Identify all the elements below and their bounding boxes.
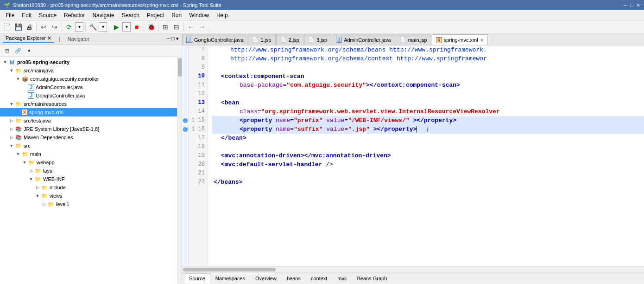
- explorer-filter[interactable]: ▾: [24, 45, 34, 56]
- toggle-src-main-java[interactable]: ▼: [8, 68, 15, 73]
- tab-3jsp[interactable]: 📄 3.jsp: [304, 34, 331, 45]
- menu-navigate[interactable]: Navigate: [88, 11, 118, 19]
- tree-item-src-main-java[interactable]: ▼ 📁 src/main/java: [0, 66, 182, 75]
- toggle-views[interactable]: ▼: [34, 194, 41, 198]
- tree-item-gongfu-controller[interactable]: ▷ J GongfuController.java: [0, 91, 182, 100]
- toolbar-undo[interactable]: ↩: [38, 22, 49, 32]
- tree-item-src-main-resources[interactable]: ▼ 📁 src/main/resources: [0, 100, 182, 108]
- tab-navigator[interactable]: Navigator: [65, 35, 92, 43]
- gutter-22: [182, 178, 188, 187]
- toolbar-redo[interactable]: ↪: [50, 22, 60, 32]
- toolbar-perspective2[interactable]: ⊟: [171, 22, 182, 32]
- tab-2jsp[interactable]: 📄 2.jsp: [276, 34, 303, 45]
- toggle-src[interactable]: ▼: [8, 143, 15, 148]
- toolbar-run2-dropdown[interactable]: ▾: [122, 22, 131, 32]
- toolbar-debug[interactable]: 🐞: [146, 22, 156, 32]
- explorer-menu[interactable]: ▾: [176, 36, 179, 42]
- toggle-layui[interactable]: ▷: [28, 168, 34, 173]
- tree-item-src[interactable]: ▼ 📁 src: [0, 142, 182, 150]
- tree-item-controller-pkg[interactable]: ▼ 📦 com.atguigu.security.controller: [0, 75, 182, 83]
- bottom-tab-context[interactable]: context: [306, 273, 332, 284]
- explorer-minimize[interactable]: ─: [167, 36, 170, 42]
- toggle-gongfu-controller[interactable]: ▷: [21, 93, 28, 98]
- bottom-tab-beans[interactable]: beans: [282, 273, 306, 284]
- tab-spring-mvc-xml[interactable]: X spring-mvc.xml ✕: [432, 34, 488, 45]
- menu-refactor[interactable]: Refactor: [60, 11, 88, 19]
- tree-item-views[interactable]: ▼ 📁 views: [0, 192, 182, 200]
- menu-source[interactable]: Source: [35, 11, 60, 19]
- toggle-project[interactable]: ▼: [2, 60, 8, 65]
- tree-item-project[interactable]: ▼ M pro05-spring-security: [0, 58, 182, 66]
- toggle-include[interactable]: ▷: [34, 185, 41, 190]
- toggle-spring-mvc-xml[interactable]: ○: [15, 110, 21, 115]
- tab-close-spring-mvc[interactable]: ✕: [480, 38, 484, 43]
- toolbar-new[interactable]: 📄: [2, 22, 12, 32]
- tree-item-webapp[interactable]: ▼ 📁 webapp: [0, 158, 182, 167]
- toggle-webapp[interactable]: ▼: [21, 160, 28, 165]
- toggle-src-main-resources[interactable]: ▼: [8, 102, 15, 106]
- minimize-button[interactable]: ─: [624, 2, 628, 8]
- tab-1jsp[interactable]: 📄 1.jsp: [248, 34, 275, 45]
- hscrollbar-thumb[interactable]: [183, 268, 276, 271]
- toolbar-print[interactable]: 🖨: [24, 22, 34, 32]
- maximize-button[interactable]: □: [630, 2, 633, 8]
- tab-gongfu-controller[interactable]: J GongfuController.java: [182, 34, 247, 45]
- explorer-link[interactable]: 🔗: [13, 45, 23, 56]
- menu-window[interactable]: Window: [185, 11, 213, 19]
- tab-main-jsp[interactable]: 📄 main.jsp: [396, 34, 431, 45]
- tree-item-spring-mvc-xml[interactable]: ○ X spring-mvc.xml: [0, 108, 182, 116]
- bottom-tab-source[interactable]: Source: [184, 273, 210, 284]
- bottom-tab-overview[interactable]: Overview: [250, 273, 282, 284]
- tree-item-admin-controller[interactable]: ▷ J AdminController.java: [0, 83, 182, 91]
- toggle-jre[interactable]: ▷: [8, 127, 15, 131]
- menu-search[interactable]: Search: [118, 11, 143, 19]
- toolbar-back[interactable]: ←: [186, 22, 196, 32]
- tree-item-src-test-java[interactable]: ▷ 📁 src/test/java: [0, 116, 182, 125]
- menu-project[interactable]: Project: [143, 11, 168, 19]
- tree-item-level1[interactable]: ▷ 📁 level1: [0, 200, 182, 208]
- tree-item-layui[interactable]: ▷ 📁 layui: [0, 167, 182, 175]
- toggle-controller-pkg[interactable]: ▼: [15, 77, 21, 81]
- toggle-maven-deps[interactable]: ▷: [8, 135, 15, 140]
- explorer-maximize[interactable]: □: [171, 36, 175, 42]
- toolbar-sep-4: [109, 23, 109, 31]
- toolbar-run-green[interactable]: ▶: [111, 22, 121, 32]
- tree-item-maven-deps[interactable]: ▷ 📚 Maven Dependencies: [0, 133, 182, 142]
- jre-label: JRE System Library [JavaSE-1.8]: [24, 126, 99, 132]
- menu-help[interactable]: Help: [213, 11, 232, 19]
- toolbar-build-dropdown[interactable]: ▾: [99, 22, 107, 32]
- tree-item-webinf[interactable]: ▼ 📁 WEB-INF: [0, 175, 182, 183]
- toggle-src-test-java[interactable]: ▷: [8, 118, 15, 123]
- hscrollbar[interactable]: [182, 266, 644, 272]
- webinf-label: WEB-INF: [43, 176, 64, 182]
- menu-run[interactable]: Run: [168, 11, 185, 19]
- toolbar-run-dropdown[interactable]: ▾: [75, 22, 83, 32]
- toolbar-forward[interactable]: →: [197, 22, 207, 32]
- editor-content[interactable]: i i 7 8 9 10 11 12 13: [182, 45, 644, 272]
- bottom-tab-namespaces[interactable]: Namespaces: [210, 273, 250, 284]
- tree-item-main[interactable]: ▼ 📁 main: [0, 150, 182, 158]
- toggle-webinf[interactable]: ▼: [28, 177, 34, 181]
- toolbar-refresh[interactable]: ⟳: [64, 22, 74, 32]
- tree-item-jre[interactable]: ▷ 📚 JRE System Library [JavaSE-1.8]: [0, 125, 182, 133]
- menu-file[interactable]: File: [2, 11, 18, 19]
- menu-edit[interactable]: Edit: [18, 11, 35, 19]
- explorer-collapse[interactable]: ⊟: [2, 45, 12, 56]
- toolbar-build[interactable]: 🔨: [88, 22, 98, 32]
- explorer-scrollbar[interactable]: [177, 57, 182, 284]
- code-content[interactable]: http://www.springframework.org/schema/be…: [208, 45, 644, 266]
- close-button[interactable]: ✕: [636, 2, 640, 8]
- tree-item-include[interactable]: ▷ 📁 include: [0, 183, 182, 192]
- toggle-main[interactable]: ▼: [15, 152, 21, 156]
- code-text-19: <mvc:annotation-driven></mvc:annotation-…: [212, 151, 391, 160]
- toggle-admin-controller[interactable]: ▷: [21, 85, 28, 90]
- toggle-level1[interactable]: ▷: [41, 202, 47, 207]
- linenum-21: 21: [189, 169, 205, 178]
- toolbar-stop[interactable]: ■: [132, 22, 142, 32]
- bottom-tab-mvc[interactable]: mvc: [332, 273, 352, 284]
- tab-admin-controller[interactable]: J AdminController.java: [332, 34, 395, 45]
- tab-package-explorer[interactable]: Package Explorer ✕: [3, 34, 54, 43]
- toolbar-save[interactable]: 💾: [13, 22, 23, 32]
- toolbar-perspective[interactable]: ⊞: [160, 22, 170, 32]
- bottom-tab-beans-graph[interactable]: Beans Graph: [352, 273, 392, 284]
